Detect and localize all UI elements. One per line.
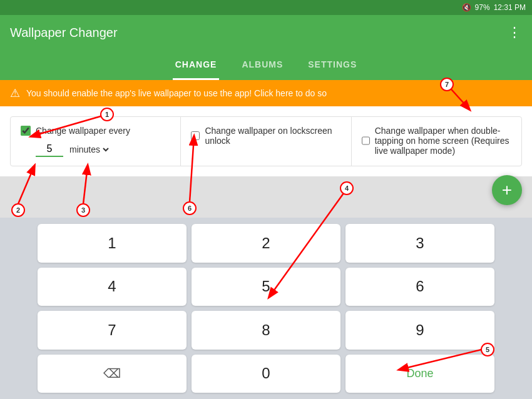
key-0[interactable]: 0 — [192, 355, 340, 393]
lockscreen-section: Change wallpaper on lockscreen unlock — [181, 117, 351, 166]
time-display: 12:31 PM — [494, 3, 526, 12]
tab-albums[interactable]: ALBUMS — [239, 50, 285, 80]
key-backspace[interactable]: ⌫ — [38, 355, 187, 393]
warning-text: You should enable the app's live wallpap… — [26, 88, 327, 98]
interval-row: minutes hours days — [36, 142, 170, 157]
mute-icon: 🔇 — [462, 3, 471, 12]
key-4[interactable]: 4 — [38, 268, 187, 306]
annotation-7: 7 — [440, 78, 454, 91]
key-8[interactable]: 8 — [192, 311, 340, 350]
change-every-section: Change wallpaper every minutes hours day… — [11, 117, 181, 166]
main-content: Change wallpaper every minutes hours day… — [0, 106, 532, 176]
double-tap-label: Change wallpaper when double-tapping on … — [375, 126, 511, 156]
interval-input[interactable] — [36, 142, 63, 157]
annotation-2: 2 — [11, 203, 25, 217]
annotation-1: 1 — [100, 108, 114, 121]
key-3[interactable]: 3 — [345, 224, 494, 263]
lockscreen-label: Change wallpaper on lockscreen unlock — [205, 126, 340, 146]
options-panel: Change wallpaper every minutes hours day… — [10, 116, 522, 166]
double-tap-section: Change wallpaper when double-tapping on … — [352, 117, 521, 166]
annotation-5: 5 — [481, 343, 494, 356]
status-bar: 🔇 97% 12:31 PM — [0, 0, 532, 15]
key-done[interactable]: Done — [345, 355, 494, 393]
annotation-4: 4 — [340, 181, 354, 195]
key-2[interactable]: 2 — [192, 224, 340, 263]
change-every-row: Change wallpaper every — [21, 126, 170, 136]
double-tap-checkbox[interactable] — [362, 136, 370, 146]
key-1[interactable]: 1 — [38, 224, 187, 263]
warning-icon: ⚠ — [10, 86, 20, 100]
more-options-button[interactable]: ⋮ — [508, 24, 522, 41]
annotation-3: 3 — [76, 203, 90, 217]
double-tap-row: Change wallpaper when double-tapping on … — [362, 126, 511, 156]
lockscreen-row: Change wallpaper on lockscreen unlock — [191, 126, 340, 146]
interval-unit-select[interactable]: minutes hours days — [67, 144, 111, 155]
lockscreen-checkbox[interactable] — [191, 131, 200, 141]
annotation-6: 6 — [183, 201, 197, 215]
change-every-checkbox[interactable] — [21, 126, 31, 136]
change-every-label: Change wallpaper every — [36, 126, 130, 136]
battery-level: 97% — [475, 3, 490, 12]
tab-change[interactable]: CHANGE — [173, 50, 220, 80]
keyboard-grid: 1 2 3 4 5 6 7 8 9 ⌫ 0 Done — [38, 224, 494, 393]
app-title: Wallpaper Changer — [10, 26, 508, 40]
key-9[interactable]: 9 — [345, 311, 494, 350]
plus-icon: + — [502, 180, 512, 200]
keyboard-area: 1 2 3 4 5 6 7 8 9 ⌫ 0 Done — [0, 218, 532, 399]
app-bar: Wallpaper Changer ⋮ — [0, 15, 532, 50]
tab-settings[interactable]: SETTINGS — [305, 50, 359, 80]
tabs-bar: CHANGE ALBUMS SETTINGS — [0, 50, 532, 80]
key-6[interactable]: 6 — [345, 268, 494, 306]
key-5[interactable]: 5 — [192, 268, 340, 306]
add-fab-button[interactable]: + — [492, 175, 522, 205]
key-7[interactable]: 7 — [38, 311, 187, 350]
